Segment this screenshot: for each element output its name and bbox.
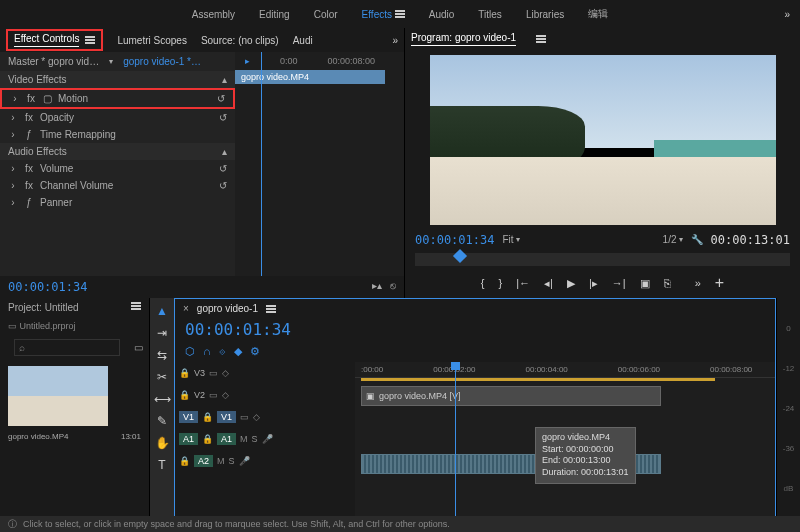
type-tool-icon[interactable]: T [158, 458, 165, 472]
toggle-output-icon[interactable]: ▭ [240, 412, 249, 422]
step-back-button[interactable]: ◂| [544, 277, 553, 290]
add-button[interactable]: + [715, 274, 724, 292]
reset-icon[interactable]: ↺ [219, 163, 227, 174]
toggle-sync-icon[interactable]: ◇ [222, 368, 229, 378]
toggle-output-icon[interactable]: ▭ [209, 368, 218, 378]
playhead-line[interactable] [261, 52, 262, 276]
lock-icon[interactable]: 🔒 [179, 456, 190, 466]
tab-editing[interactable]: Editing [259, 9, 290, 20]
expand-icon[interactable]: › [8, 163, 18, 174]
effect-opacity[interactable]: Opacity [40, 112, 74, 123]
program-scrubber[interactable] [415, 253, 790, 266]
ripple-edit-tool-icon[interactable]: ⇆ [157, 348, 167, 362]
tab-assembly[interactable]: Assembly [192, 9, 235, 20]
lock-icon[interactable]: 🔒 [202, 434, 213, 444]
export-frame-button[interactable]: ⎘ [664, 277, 671, 289]
step-forward-button[interactable]: |▸ [589, 277, 598, 290]
expand-icon[interactable]: › [8, 197, 18, 208]
linked-selection-icon[interactable]: ⟐ [219, 345, 226, 358]
menu-icon[interactable] [395, 10, 405, 18]
track-target-a2[interactable]: A2 [194, 455, 213, 467]
filter-icon[interactable]: ▭ [134, 342, 143, 353]
effect-clip-bar[interactable]: gopro video.MP4 [235, 70, 385, 84]
mute-icon[interactable]: M [240, 434, 248, 444]
effect-motion[interactable]: Motion [58, 93, 88, 104]
razor-tool-icon[interactable]: ✂ [157, 370, 167, 384]
expand-icon[interactable]: › [10, 93, 20, 104]
hand-tool-icon[interactable]: ✋ [155, 436, 170, 450]
effect-channel-volume[interactable]: Channel Volume [40, 180, 113, 191]
lock-icon[interactable]: 🔒 [179, 390, 190, 400]
timeline-playhead[interactable] [455, 362, 456, 517]
navigate-icon[interactable]: ▸▴ [372, 280, 382, 294]
playhead-icon[interactable]: ▸ [245, 56, 250, 66]
timeline-ruler[interactable]: :00:00 00:00:02:00 00:00:04:00 00:00:06:… [355, 362, 775, 378]
overflow-icon[interactable]: » [784, 9, 790, 20]
project-file-name[interactable]: Untitled.prproj [20, 321, 76, 331]
effect-volume[interactable]: Volume [40, 163, 73, 174]
overflow-icon[interactable]: » [392, 35, 398, 46]
track-label[interactable]: V2 [194, 390, 205, 400]
effect-panner[interactable]: Panner [40, 197, 72, 208]
track-target-a1[interactable]: A1 [217, 433, 236, 445]
reset-icon[interactable]: ↺ [219, 180, 227, 191]
sequence-link[interactable]: gopro video-1 *… [123, 56, 201, 67]
expand-icon[interactable]: › [8, 180, 18, 191]
lock-icon[interactable]: 🔒 [202, 412, 213, 422]
tab-edit-cn[interactable]: 编辑 [588, 7, 608, 21]
toggle-sync-icon[interactable]: ◇ [253, 412, 260, 422]
solo-icon[interactable]: S [229, 456, 235, 466]
mute-icon[interactable]: M [217, 456, 225, 466]
sequence-tab[interactable]: gopro video-1 [197, 303, 258, 314]
video-clip[interactable]: ▣gopro video.MP4 [V] [361, 386, 661, 406]
chevron-down-icon[interactable]: ▾ [109, 57, 113, 66]
master-clip-label[interactable]: Master * gopro vid… [8, 56, 99, 67]
bin-icon[interactable]: ▭ [8, 321, 17, 331]
tab-project[interactable]: Project: Untitled [8, 302, 79, 313]
timeline-timecode[interactable]: 00:00:01:34 [185, 320, 291, 339]
toggle-output-icon[interactable]: ▭ [209, 390, 218, 400]
pen-tool-icon[interactable]: ✎ [157, 414, 167, 428]
menu-icon[interactable] [266, 305, 276, 313]
reset-icon[interactable]: ↺ [219, 112, 227, 123]
voiceover-icon[interactable]: 🎤 [239, 456, 250, 466]
menu-icon[interactable] [131, 302, 141, 310]
timeline-tracks-area[interactable]: :00:00 00:00:02:00 00:00:04:00 00:00:06:… [355, 362, 775, 517]
tab-audio-short[interactable]: Audi [293, 35, 313, 46]
export-icon[interactable]: ⎋ [390, 280, 396, 294]
menu-icon[interactable] [85, 36, 95, 44]
selection-tool-icon[interactable]: ▲ [156, 304, 168, 318]
tab-source[interactable]: Source: (no clips) [201, 35, 279, 46]
tab-lumetri-scopes[interactable]: Lumetri Scopes [117, 35, 186, 46]
expand-icon[interactable]: › [8, 129, 18, 140]
magnet-icon[interactable]: ∩ [203, 345, 211, 358]
expand-icon[interactable]: › [8, 112, 18, 123]
source-timecode[interactable]: 00:00:01:34 [8, 280, 87, 294]
tab-color[interactable]: Color [314, 9, 338, 20]
close-sequence-icon[interactable]: × [183, 303, 189, 314]
wrench-icon[interactable]: 🔧 [691, 234, 703, 245]
audio-effects-header[interactable]: Audio Effects▴ [0, 143, 235, 160]
program-preview[interactable] [430, 55, 776, 225]
source-patch-a1[interactable]: A1 [179, 433, 198, 445]
tab-titles[interactable]: Titles [478, 9, 502, 20]
lock-icon[interactable]: 🔒 [179, 368, 190, 378]
overflow-icon[interactable]: » [695, 277, 701, 289]
lift-button[interactable]: ▣ [640, 277, 650, 290]
transform-icon[interactable]: ▢ [42, 93, 52, 104]
settings-icon[interactable]: ⚙ [250, 345, 260, 358]
solo-icon[interactable]: S [252, 434, 258, 444]
project-clip-thumbnail[interactable] [8, 366, 108, 426]
go-to-in-button[interactable]: |← [516, 277, 530, 289]
resolution-dropdown[interactable]: 1/2 [663, 234, 677, 245]
tab-effects[interactable]: Effects [362, 9, 405, 20]
markers-icon[interactable]: ◆ [234, 345, 242, 358]
zoom-fit-dropdown[interactable]: Fit [502, 234, 513, 245]
track-target-v1[interactable]: V1 [217, 411, 236, 423]
work-area-bar[interactable] [361, 378, 715, 381]
tab-effect-controls[interactable]: Effect Controls [14, 33, 79, 47]
menu-icon[interactable] [536, 35, 546, 43]
track-select-tool-icon[interactable]: ⇥ [157, 326, 167, 340]
source-patch-v1[interactable]: V1 [179, 411, 198, 423]
video-effects-header[interactable]: Video Effects▴ [0, 71, 235, 88]
